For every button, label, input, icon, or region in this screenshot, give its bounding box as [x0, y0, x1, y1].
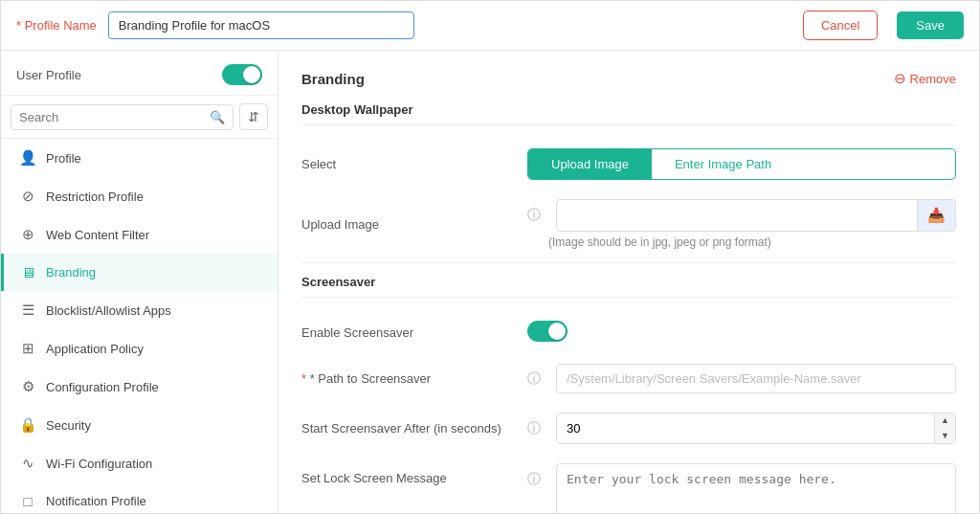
upload-image-row: Upload Image ⓘ 📥 (Image should be in jpg…	[301, 190, 956, 258]
upload-file-button[interactable]: 📥	[917, 200, 955, 231]
screensaver-section: Screensaver Enable Screensaver * * Path …	[301, 275, 956, 513]
divider	[301, 262, 956, 263]
number-input-wrap: ▲ ▼	[556, 413, 956, 444]
sidebar-item-application-policy[interactable]: ⊞ Application Policy	[1, 329, 278, 368]
sidebar-item-label: Notification Profile	[46, 494, 146, 508]
sidebar-item-label: Profile	[46, 151, 81, 166]
upload-image-control: ⓘ 📥 (Image should be in jpg, jpeg or png…	[527, 199, 956, 249]
sidebar-item-branding[interactable]: 🖥 Branding	[1, 254, 278, 291]
app-policy-icon: ⊞	[19, 340, 36, 357]
profile-icon: 👤	[19, 149, 36, 167]
sidebar-item-label: Configuration Profile	[46, 380, 159, 394]
profile-name-input[interactable]	[108, 11, 414, 39]
lock-info-icon[interactable]: ⓘ	[527, 463, 541, 488]
user-profile-row: User Profile	[1, 51, 278, 96]
desktop-wallpaper-title: Desktop Wallpaper	[301, 102, 956, 125]
lock-screen-control: ⓘ	[527, 463, 956, 513]
remove-button[interactable]: ⊖ Remove	[894, 70, 956, 87]
profile-name-label: * Profile Name	[16, 18, 97, 33]
user-profile-label: User Profile	[16, 68, 81, 82]
number-down-arrow[interactable]: ▼	[935, 429, 955, 444]
enable-screensaver-toggle[interactable]	[527, 321, 568, 342]
sidebar-item-label: Web Content Filter	[46, 228, 149, 242]
sidebar-item-notification-profile[interactable]: □ Notification Profile	[1, 482, 278, 513]
remove-label: Remove	[910, 72, 956, 86]
lock-screen-textarea[interactable]	[556, 463, 956, 513]
sidebar-item-wifi[interactable]: ∿ Wi-Fi Configuration	[1, 444, 278, 482]
sidebar-item-label: Restriction Profile	[46, 190, 144, 204]
select-label: Select	[301, 157, 512, 171]
search-icon: 🔍	[210, 110, 225, 124]
path-screensaver-row: * * Path to Screensaver ⓘ	[301, 354, 956, 403]
security-icon: 🔒	[19, 416, 36, 434]
start-info-icon[interactable]: ⓘ	[527, 420, 541, 437]
sidebar-item-web-content-filter[interactable]: ⊕ Web Content Filter	[1, 215, 278, 254]
save-button[interactable]: Save	[897, 11, 964, 39]
start-screensaver-input[interactable]	[557, 414, 934, 442]
restriction-icon: ⊘	[19, 188, 36, 205]
search-row: 🔍 ⇵	[1, 96, 278, 139]
start-screensaver-control: ⓘ ▲ ▼	[527, 413, 956, 444]
start-screensaver-label: Start Screensaver After (in seconds)	[301, 421, 512, 436]
sidebar-item-profile[interactable]: 👤 Profile	[1, 139, 278, 177]
enter-image-path-tab[interactable]: Enter Image Path	[652, 149, 794, 179]
upload-row-inner: ⓘ 📥	[527, 199, 956, 232]
upload-image-tab[interactable]: Upload Image	[528, 149, 652, 179]
sidebar: User Profile 🔍 ⇵ 👤 Profile ⊘ Restriction…	[1, 51, 278, 513]
section-title: Branding	[301, 71, 365, 87]
start-screensaver-row: Start Screensaver After (in seconds) ⓘ ▲…	[301, 403, 956, 454]
enable-screensaver-control	[527, 321, 956, 345]
select-row: Select Upload Image Enter Image Path	[301, 139, 956, 190]
sidebar-item-restriction-profile[interactable]: ⊘ Restriction Profile	[1, 177, 278, 215]
sidebar-item-label: Branding	[46, 265, 96, 279]
number-up-arrow[interactable]: ▲	[935, 413, 955, 429]
path-screensaver-label: * * Path to Screensaver	[301, 371, 512, 386]
cancel-button[interactable]: Cancel	[803, 11, 878, 40]
select-toggle-group: Upload Image Enter Image Path	[527, 148, 956, 180]
toggle-knob	[243, 66, 260, 83]
enable-screensaver-label: Enable Screensaver	[301, 325, 512, 340]
blocklist-icon: ☰	[19, 302, 36, 319]
wifi-icon: ∿	[19, 455, 36, 472]
main-content: Branding ⊖ Remove Desktop Wallpaper Sele…	[278, 51, 979, 513]
sidebar-item-label: Blocklist/Allowlist Apps	[46, 303, 171, 318]
upload-image-input[interactable]	[557, 202, 917, 230]
remove-icon: ⊖	[894, 70, 906, 87]
path-screensaver-control: ⓘ	[527, 364, 956, 393]
number-arrows: ▲ ▼	[934, 413, 955, 443]
sidebar-item-blocklist-allowlist[interactable]: ☰ Blocklist/Allowlist Apps	[1, 291, 278, 329]
branding-icon: 🖥	[19, 264, 36, 280]
path-info-icon[interactable]: ⓘ	[527, 370, 541, 388]
upload-hint: (Image should be in jpg, jpeg or png for…	[527, 235, 956, 249]
section-header: Branding ⊖ Remove	[301, 70, 956, 87]
upload-input-wrap: 📥	[556, 199, 956, 232]
toggle-sm-knob	[548, 323, 566, 340]
upload-image-label: Upload Image	[301, 217, 512, 232]
enable-screensaver-row: Enable Screensaver	[301, 311, 956, 354]
path-screensaver-inner: ⓘ	[527, 364, 956, 393]
sidebar-item-label: Wi-Fi Configuration	[46, 457, 152, 471]
lock-screen-label: Set Lock Screen Message	[301, 463, 512, 485]
lock-screen-inner: ⓘ	[527, 463, 956, 513]
search-input-wrap: 🔍	[11, 104, 234, 130]
image-select-toggle: Upload Image Enter Image Path	[527, 148, 956, 180]
sidebar-item-label: Security	[46, 418, 91, 433]
lock-screen-row: Set Lock Screen Message ⓘ	[301, 454, 956, 513]
sidebar-item-configuration-profile[interactable]: ⚙ Configuration Profile	[1, 368, 278, 406]
sidebar-item-label: Application Policy	[46, 342, 144, 356]
screensaver-title: Screensaver	[301, 275, 956, 298]
user-profile-toggle[interactable]	[222, 64, 262, 85]
config-icon: ⚙	[19, 378, 36, 395]
search-input[interactable]	[19, 110, 210, 124]
notification-icon: □	[19, 493, 36, 509]
header: * Profile Name Cancel Save	[1, 1, 979, 51]
path-screensaver-input[interactable]	[556, 364, 956, 393]
start-screensaver-inner: ⓘ ▲ ▼	[527, 413, 956, 444]
upload-image-info-icon[interactable]: ⓘ	[527, 207, 541, 224]
web-icon: ⊕	[19, 226, 36, 243]
sort-button[interactable]: ⇵	[239, 103, 268, 130]
sidebar-item-security[interactable]: 🔒 Security	[1, 406, 278, 444]
